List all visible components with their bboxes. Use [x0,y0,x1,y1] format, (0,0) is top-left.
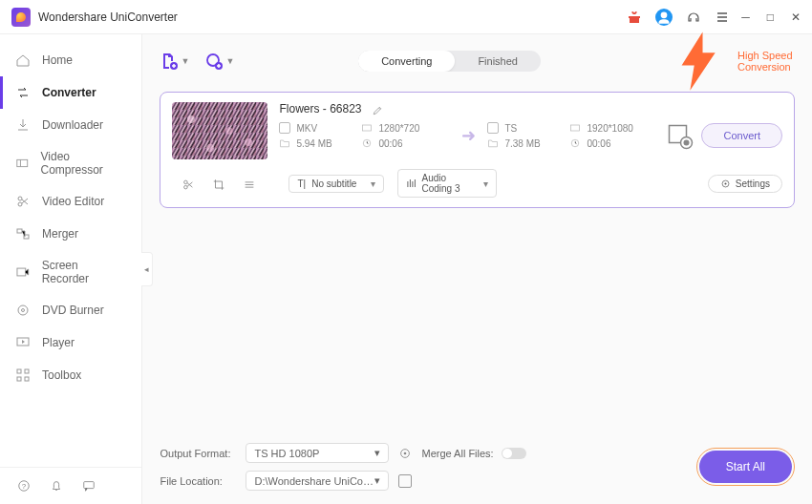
sidebar-label: Player [42,336,75,349]
bell-icon[interactable] [50,479,63,493]
sidebar-label: Home [42,53,73,67]
sidebar-item-player[interactable]: Player [0,326,141,359]
sidebar-label: Merger [42,227,78,241]
audio-prefix-icon: ılıl [406,178,416,189]
dst-format: TS [504,123,517,134]
svg-point-31 [404,452,407,454]
clock-icon [569,137,581,149]
merge-label: Merge All Files: [421,448,493,459]
resolution-icon [569,122,581,134]
output-format-label: Output Format: [160,448,236,459]
content-area: ◂ ▼ ▼ Converting Finished High Speed Con… [142,34,812,504]
merge-icon [15,226,31,242]
svg-point-2 [18,197,22,200]
record-icon [15,264,31,280]
folder-icon [487,137,499,149]
tab-finished[interactable]: Finished [455,51,541,72]
subtitle-dropdown[interactable]: T| No subtitle ▾ [288,175,384,193]
chevron-down-icon: ▼ [225,56,234,66]
trim-icon[interactable] [182,177,195,193]
start-all-highlight: Start All [696,448,795,486]
src-size: 5.94 MB [296,138,331,149]
svg-rect-6 [17,268,26,276]
sidebar-label: Video Compressor [41,150,127,177]
svg-point-0 [661,11,668,18]
svg-point-8 [22,309,25,312]
minimize-button[interactable]: ─ [741,10,750,24]
user-avatar[interactable] [655,9,673,26]
svg-rect-12 [17,377,21,381]
add-file-button[interactable]: ▼ [160,52,189,71]
sidebar-item-compressor[interactable]: Video Compressor [0,141,141,185]
file-location-value: D:\Wondershare UniConverter [254,475,374,487]
close-button[interactable]: ✕ [791,10,801,24]
home-icon [15,52,31,68]
clock-icon [361,137,373,149]
svg-rect-16 [84,482,95,489]
toolbar: ▼ ▼ Converting Finished High Speed Conve… [142,40,812,82]
file-location-label: File Location: [160,475,236,487]
maximize-button[interactable]: □ [767,10,774,24]
svg-rect-13 [25,377,29,381]
audio-dropdown[interactable]: ılıl Audio Coding 3 ▾ [397,169,497,198]
menu-icon[interactable] [715,10,730,25]
hsc-label: High Speed Conversion [737,50,795,73]
svg-text:?: ? [22,482,27,491]
convert-button[interactable]: Convert [701,123,782,148]
headset-icon[interactable] [686,10,701,25]
gift-icon[interactable] [627,10,642,25]
effect-icon[interactable] [243,177,256,193]
sidebar-bottom: ? [0,467,141,504]
open-folder-icon[interactable] [398,474,412,488]
output-settings-icon[interactable] [665,121,694,150]
add-url-button[interactable]: ▼ [204,52,234,71]
subtitle-prefix-icon: T| [297,178,306,189]
svg-rect-1 [17,159,28,166]
grid-icon [15,368,31,383]
edit-title-icon[interactable] [372,103,383,115]
tab-converting[interactable]: Converting [358,51,455,72]
sidebar-label: DVD Burner [42,304,104,317]
output-format-dropdown[interactable]: TS HD 1080P ▾ [246,443,389,463]
folder-icon [279,137,290,149]
gear-icon [720,178,731,189]
subtitle-value: No subtitle [311,178,356,189]
sidebar-item-editor[interactable]: Video Editor [0,185,141,218]
sidebar-item-merger[interactable]: Merger [0,218,141,250]
help-icon[interactable]: ? [17,479,31,493]
svg-point-29 [724,182,726,184]
sidebar-item-dvd[interactable]: DVD Burner [0,294,141,326]
sidebar-item-converter[interactable]: Converter [0,76,141,109]
chevron-down-icon: ▼ [181,56,189,66]
feedback-icon[interactable] [82,479,96,493]
high-speed-conversion[interactable]: High Speed Conversion [665,28,795,94]
file-location-dropdown[interactable]: D:\Wondershare UniConverter ▾ [246,471,389,491]
svg-rect-10 [17,369,21,373]
format-settings-icon[interactable] [398,447,412,460]
sidebar-item-downloader[interactable]: Downloader [0,109,141,141]
svg-point-26 [184,180,188,184]
app-logo [11,8,31,27]
start-all-button[interactable]: Start All [699,451,792,483]
sidebar-item-toolbox[interactable]: Toolbox [0,359,141,391]
svg-rect-22 [571,125,580,131]
tabs: Converting Finished [358,51,541,72]
window-controls: ─ □ ✕ [741,10,801,24]
dst-res: 1920*1080 [587,123,632,134]
merge-toggle[interactable] [502,448,526,459]
file-settings-button[interactable]: Settings [708,175,782,193]
app-title: Wondershare UniConverter [38,10,627,24]
audio-value: Audio Coding 3 [421,173,478,194]
scissors-icon [15,194,31,209]
chevron-down-icon: ▾ [374,447,380,459]
file-title: Flowers - 66823 [279,102,361,116]
converter-icon [15,85,31,100]
video-thumbnail[interactable] [172,102,267,159]
sidebar-collapse-handle[interactable]: ◂ [141,252,153,286]
src-dur: 00:06 [378,138,402,149]
chevron-down-icon: ▾ [483,178,488,189]
sidebar-item-recorder[interactable]: Screen Recorder [0,250,141,294]
crop-icon[interactable] [212,177,225,193]
chevron-down-icon: ▾ [374,474,380,487]
sidebar-item-home[interactable]: Home [0,44,141,76]
